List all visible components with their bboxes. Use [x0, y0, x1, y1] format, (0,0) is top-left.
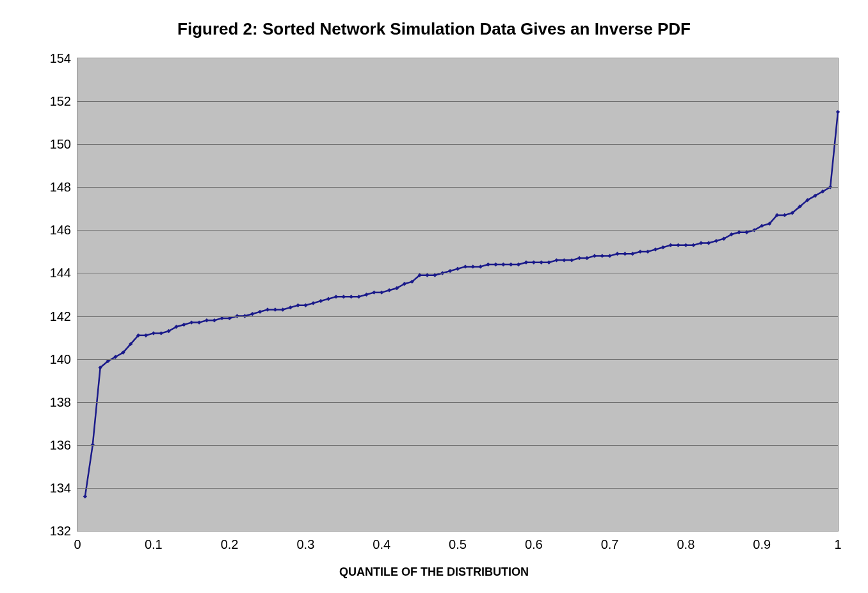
data-marker: [357, 295, 360, 298]
data-marker: [152, 331, 156, 335]
data-marker: [433, 273, 437, 277]
data-marker: [623, 252, 627, 256]
data-marker: [448, 269, 452, 273]
data-marker: [486, 263, 490, 266]
data-marker: [334, 295, 338, 298]
y-tick-label: 152: [50, 94, 71, 109]
data-marker: [227, 316, 231, 320]
x-tick-label: 0: [74, 537, 81, 552]
data-marker: [266, 307, 269, 311]
data-marker: [532, 260, 536, 264]
data-marker: [509, 263, 513, 266]
y-gridline: [77, 230, 838, 231]
data-marker: [311, 301, 315, 305]
data-marker: [744, 231, 748, 234]
data-marker: [273, 307, 277, 311]
data-marker: [737, 231, 741, 234]
x-tick-label: 0.1: [145, 537, 163, 552]
data-marker: [593, 254, 597, 257]
data-marker: [554, 258, 558, 262]
data-marker: [189, 320, 193, 324]
y-gridline: [77, 359, 838, 360]
data-marker: [182, 323, 186, 327]
data-marker: [600, 254, 604, 257]
data-marker: [699, 241, 703, 245]
data-marker: [213, 318, 216, 322]
data-marker: [539, 260, 543, 264]
data-marker: [319, 299, 323, 303]
plot-area: 13213413613814014214414614815015215400.1…: [77, 58, 839, 532]
x-tick-label: 0.7: [601, 537, 619, 552]
data-marker: [380, 290, 383, 294]
data-marker: [463, 264, 467, 268]
data-marker: [577, 256, 581, 260]
data-marker: [258, 310, 262, 314]
data-marker: [638, 250, 642, 254]
y-gridline: [77, 445, 838, 446]
data-marker: [562, 258, 566, 262]
data-marker: [326, 297, 330, 301]
y-tick-label: 144: [50, 266, 71, 280]
y-tick-label: 138: [50, 394, 71, 409]
data-marker: [547, 260, 551, 264]
data-marker: [524, 260, 528, 264]
y-tick-label: 136: [50, 437, 71, 452]
data-marker: [159, 331, 163, 335]
data-marker: [668, 243, 672, 247]
y-tick-label: 142: [50, 309, 71, 323]
chart-title: Figured 2: Sorted Network Simulation Dat…: [0, 19, 868, 39]
data-marker: [83, 494, 87, 498]
x-tick-label: 0.8: [677, 537, 695, 552]
data-marker: [220, 316, 224, 320]
data-marker: [456, 267, 460, 271]
data-marker: [661, 245, 665, 249]
data-marker: [501, 263, 505, 266]
y-gridline: [77, 316, 838, 317]
x-tick-label: 0.5: [449, 537, 467, 552]
data-marker: [631, 252, 634, 256]
y-tick-label: 140: [50, 352, 71, 366]
x-axis-label: QUANTILE OF THE DISTRIBUTION: [0, 565, 868, 579]
y-gridline: [77, 101, 838, 102]
data-marker: [288, 305, 292, 309]
data-marker: [478, 264, 482, 268]
data-marker: [707, 241, 711, 245]
y-tick-label: 148: [50, 180, 71, 195]
data-marker: [783, 213, 787, 217]
y-gridline: [77, 273, 838, 273]
y-gridline: [77, 402, 838, 403]
data-marker: [425, 273, 429, 277]
data-marker: [654, 247, 657, 251]
data-marker: [646, 250, 650, 254]
data-marker: [342, 295, 346, 298]
data-marker: [585, 256, 589, 260]
data-marker: [387, 288, 391, 292]
y-gridline: [77, 488, 838, 489]
line-series: [77, 58, 838, 531]
y-tick-label: 154: [50, 51, 71, 66]
y-tick-label: 134: [50, 480, 71, 495]
y-gridline: [77, 187, 838, 188]
data-marker: [691, 243, 695, 247]
data-marker: [281, 307, 285, 311]
y-tick-label: 150: [50, 137, 71, 152]
x-tick-label: 0.3: [296, 537, 314, 552]
data-marker: [205, 318, 209, 322]
x-tick-label: 0.9: [753, 537, 771, 552]
y-tick-label: 132: [50, 524, 71, 539]
data-marker: [607, 254, 611, 257]
x-tick-label: 0.4: [373, 537, 390, 552]
data-marker: [349, 295, 353, 298]
data-marker: [684, 243, 687, 247]
data-marker: [250, 312, 254, 316]
x-tick-label: 1: [834, 537, 841, 552]
data-marker: [570, 258, 574, 262]
data-marker: [372, 290, 376, 294]
data-marker: [714, 239, 718, 243]
data-line: [85, 112, 838, 496]
data-marker: [494, 263, 497, 266]
data-marker: [676, 243, 680, 247]
x-tick-label: 0.2: [221, 537, 239, 552]
data-marker: [471, 264, 475, 268]
y-tick-label: 146: [50, 223, 71, 238]
